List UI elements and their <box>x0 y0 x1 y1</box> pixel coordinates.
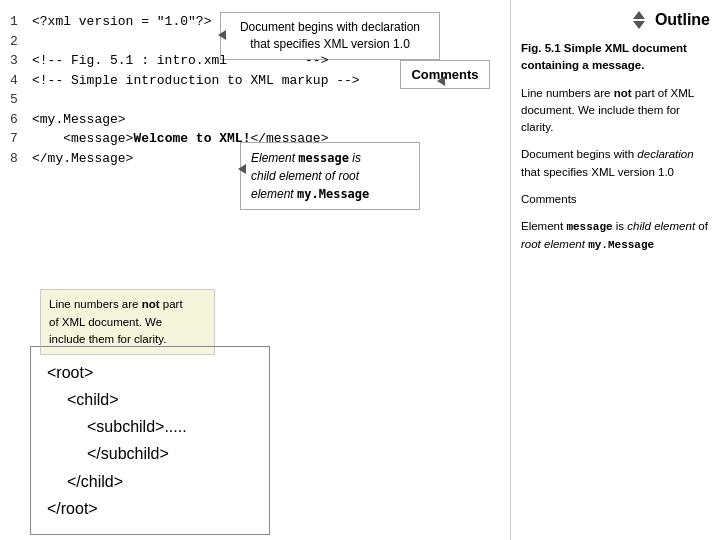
left-panel: Document begins with declaration that sp… <box>0 0 510 540</box>
xml-tree-child-open: <child> <box>67 386 253 413</box>
code-line-2: 2 <box>10 32 500 52</box>
scroll-up-arrow[interactable] <box>633 11 645 19</box>
xml-tree-subchild: <subchild>.....</subchild> <box>87 413 253 467</box>
code-line-4: 4 <!-- Simple introduction to XML markup… <box>10 71 500 91</box>
outline-caption: Fig. 5.1 Simple XML document containing … <box>521 40 710 75</box>
xml-tree-root-close: </root> <box>47 495 253 522</box>
right-panel: Outline Fig. 5.1 Simple XML document con… <box>510 0 720 540</box>
outline-element: Element message is child element of root… <box>521 218 710 253</box>
code-line-5: 5 <box>10 90 500 110</box>
code-area: Document begins with declaration that sp… <box>10 12 500 168</box>
xml-tree-root-open: <root> <box>47 359 253 386</box>
outline-title: Outline <box>655 8 710 32</box>
main-container: Document begins with declaration that sp… <box>0 0 720 540</box>
outline-line-numbers: Line numbers are not part of XML documen… <box>521 85 710 137</box>
code-line-6: 6 <my.Message> <box>10 110 500 130</box>
outline-scroll-arrows[interactable] <box>633 11 645 29</box>
callout-element: Element message is child element of root… <box>240 142 420 210</box>
xml-tree: <root> <child> <subchild>.....</subchild… <box>30 346 270 535</box>
outline-comments: Comments <box>521 191 710 208</box>
outline-declaration: Document begins with declaration that sp… <box>521 146 710 181</box>
scroll-down-arrow[interactable] <box>633 21 645 29</box>
outline-title-area: Outline <box>521 8 710 32</box>
arrow-to-element <box>238 160 246 178</box>
xml-tree-child-close: </child> <box>67 468 253 495</box>
code-line-1: 1 <?xml version = "1.0"?> <box>10 12 500 32</box>
code-line-3: 3 <!-- Fig. 5.1 : intro.xml --> <box>10 51 500 71</box>
